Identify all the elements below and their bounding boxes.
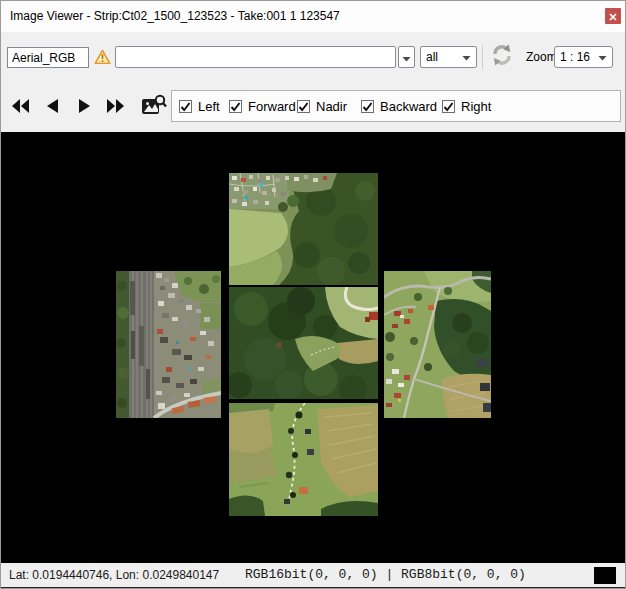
- previous-image-button[interactable]: [43, 98, 61, 113]
- checkbox-checked-icon: [361, 100, 374, 113]
- checkbox-label: Backward: [380, 99, 437, 114]
- zoom-select-value: 1 : 16: [560, 50, 594, 64]
- toolbar-separator: [482, 45, 483, 69]
- image-viewer-canvas[interactable]: [1, 132, 626, 563]
- zoom-label: Zoom: [526, 47, 557, 68]
- lat-lon-readout: Lat: 0.0194440746, Lon: 0.0249840147: [9, 563, 219, 587]
- filter-select[interactable]: all: [420, 46, 477, 68]
- checkbox-checked-icon: [229, 100, 242, 113]
- first-image-button[interactable]: [11, 98, 29, 113]
- image-select-arrow[interactable]: [398, 46, 415, 68]
- window-title: Image Viewer - Strip:Ct02_1500_123523 - …: [10, 1, 340, 32]
- checkbox-backward-view[interactable]: Backward: [361, 99, 437, 114]
- close-icon: [609, 7, 617, 25]
- camera-view-toggle-group: Left Forward Nadir Backward: [171, 90, 621, 122]
- checkbox-label: Forward: [248, 99, 296, 114]
- image-search-button[interactable]: [141, 93, 167, 118]
- right-arrow-icon: [79, 99, 90, 113]
- checkbox-label: Left: [198, 99, 220, 114]
- chevron-down-icon: [598, 50, 607, 64]
- close-button[interactable]: [605, 8, 621, 24]
- chevron-down-icon: [462, 50, 471, 64]
- checkbox-label: Right: [461, 99, 491, 114]
- refresh-icon: [490, 43, 514, 71]
- left-arrow-icon: [47, 99, 58, 113]
- zoom-select[interactable]: 1 : 16: [554, 46, 613, 68]
- aerial-image-right[interactable]: [384, 271, 491, 418]
- checkbox-checked-icon: [179, 100, 192, 113]
- image-search-icon: [141, 104, 167, 121]
- aerial-image-nadir[interactable]: [229, 287, 378, 399]
- toolbar: all Zoom 1 : 16: [1, 32, 625, 132]
- status-bar: Lat: 0.0194440746, Lon: 0.0249840147 RGB…: [1, 563, 626, 587]
- warning-icon: [94, 49, 111, 65]
- pixel-color-swatch: [594, 567, 616, 584]
- checkbox-right-view[interactable]: Right: [442, 99, 491, 114]
- rgb-pixel-readout: RGB16bit(0, 0, 0) | RGB8bit(0, 0, 0): [245, 563, 526, 587]
- chevron-down-icon: [402, 48, 411, 66]
- checkbox-label: Nadir: [316, 99, 347, 114]
- double-right-arrow-icon: [107, 99, 124, 113]
- checkbox-forward-view[interactable]: Forward: [229, 99, 296, 114]
- sensor-name-input[interactable]: [7, 47, 89, 68]
- checkbox-nadir-view[interactable]: Nadir: [297, 99, 347, 114]
- next-image-button[interactable]: [75, 98, 93, 113]
- double-left-arrow-icon: [12, 99, 29, 113]
- aerial-image-left[interactable]: [116, 271, 221, 418]
- checkbox-checked-icon: [297, 100, 310, 113]
- image-select[interactable]: [115, 46, 396, 68]
- refresh-button[interactable]: [489, 44, 515, 70]
- aerial-image-backward[interactable]: [229, 403, 378, 516]
- filter-select-value: all: [426, 50, 458, 64]
- checkbox-checked-icon: [442, 100, 455, 113]
- last-image-button[interactable]: [106, 98, 124, 113]
- aerial-image-forward[interactable]: [229, 173, 378, 285]
- checkbox-left-view[interactable]: Left: [179, 99, 220, 114]
- image-viewer-window: Image Viewer - Strip:Ct02_1500_123523 - …: [0, 0, 626, 589]
- title-bar: Image Viewer - Strip:Ct02_1500_123523 - …: [1, 1, 625, 32]
